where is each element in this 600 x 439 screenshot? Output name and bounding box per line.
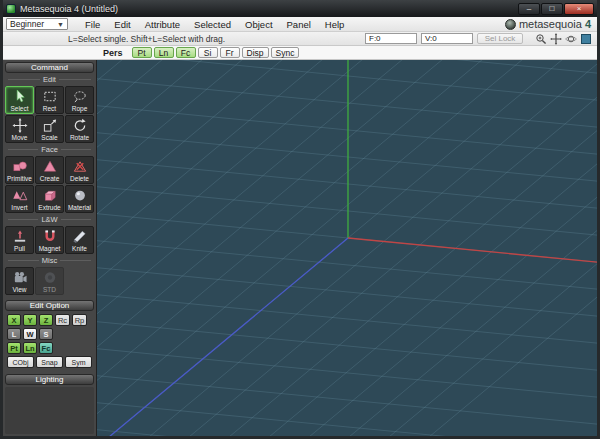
move-tool-button[interactable]: Move bbox=[5, 115, 34, 143]
menu-panel[interactable]: Panel bbox=[280, 17, 318, 31]
logo-version: 4 bbox=[585, 18, 591, 30]
view-bar: Pers Pt Ln Fc Si Fr Disp Sync bbox=[3, 46, 597, 60]
view-tool-icons bbox=[535, 33, 592, 45]
mode-select-dropdown[interactable]: Beginner ▼ bbox=[6, 18, 68, 30]
maximize-button[interactable]: □ bbox=[541, 3, 563, 15]
invert-tool-button[interactable]: Invert bbox=[5, 185, 34, 213]
edit-option-header[interactable]: Edit Option bbox=[5, 300, 94, 311]
pull-icon bbox=[11, 229, 29, 244]
main-area: Command Edit Select Rect bbox=[3, 60, 597, 436]
knife-icon bbox=[71, 229, 89, 244]
invert-face-icon bbox=[11, 188, 29, 203]
points-filter-button[interactable]: Pt bbox=[7, 342, 21, 354]
lighting-body bbox=[5, 387, 94, 434]
select-tool-button[interactable]: Select bbox=[5, 86, 34, 114]
viewport-3d[interactable] bbox=[97, 60, 597, 436]
rect-select-icon bbox=[41, 89, 59, 104]
menu-object[interactable]: Object bbox=[238, 17, 279, 31]
chevron-down-icon: ▼ bbox=[57, 21, 64, 28]
tab-si[interactable]: Si bbox=[198, 47, 218, 58]
rope-tool-button[interactable]: Rope bbox=[65, 86, 94, 114]
primitive-tool-button[interactable]: Primitive bbox=[5, 156, 34, 184]
tab-points[interactable]: Pt bbox=[132, 47, 152, 58]
primitive-icon bbox=[11, 159, 29, 174]
camera-icon bbox=[11, 270, 29, 285]
coord-mode-row: L W S bbox=[7, 328, 92, 340]
tab-lines[interactable]: Ln bbox=[154, 47, 174, 58]
cobj-button[interactable]: CObj bbox=[7, 356, 34, 368]
knife-tool-button[interactable]: Knife bbox=[65, 226, 94, 254]
std-icon bbox=[41, 270, 59, 285]
section-face: Face bbox=[5, 145, 94, 154]
material-sphere-icon bbox=[71, 188, 89, 203]
scale-tool-button[interactable]: Scale bbox=[35, 115, 64, 143]
misc-commands: View STD bbox=[5, 267, 94, 295]
magnet-tool-button[interactable]: Magnet bbox=[35, 226, 64, 254]
command-panel: Command Edit Select Rect bbox=[3, 60, 97, 436]
metasequoia-logo: metasequoia4 bbox=[505, 18, 594, 30]
lw-commands: Pull Magnet Knife bbox=[5, 226, 94, 254]
rc-button[interactable]: Rc bbox=[55, 314, 70, 326]
pan-icon[interactable] bbox=[550, 33, 562, 45]
shading-cube-icon[interactable] bbox=[580, 33, 592, 45]
sel-lock-button[interactable]: Sel Lock bbox=[477, 33, 523, 44]
sym-button[interactable]: Sym bbox=[65, 356, 92, 368]
menubar: Beginner ▼ File Edit Attribute Selected … bbox=[3, 17, 597, 32]
view-mode-label: Pers bbox=[103, 48, 123, 58]
tab-fr[interactable]: Fr bbox=[220, 47, 240, 58]
lasso-icon bbox=[71, 89, 89, 104]
menu-attribute[interactable]: Attribute bbox=[138, 17, 187, 31]
faces-filter-button[interactable]: Fc bbox=[39, 342, 53, 354]
close-button[interactable]: × bbox=[564, 3, 594, 15]
app-icon bbox=[6, 4, 16, 14]
orbit-icon[interactable] bbox=[565, 33, 577, 45]
scale-icon bbox=[41, 118, 59, 133]
rect-tool-button[interactable]: Rect bbox=[35, 86, 64, 114]
delete-tool-button[interactable]: Delete bbox=[65, 156, 94, 184]
lighting-header[interactable]: Lighting bbox=[5, 374, 94, 385]
metasequoia-logo-icon bbox=[505, 19, 516, 30]
magnet-icon bbox=[41, 229, 59, 244]
edit-option-body: X Y Z Rc Rp L W S Pt Ln Fc CObj bbox=[5, 313, 94, 369]
face-count-field: F:0 bbox=[365, 33, 417, 44]
command-panel-header[interactable]: Command bbox=[5, 62, 94, 73]
delete-face-icon bbox=[71, 159, 89, 174]
menu-selected[interactable]: Selected bbox=[187, 17, 238, 31]
edit-commands: Select Rect Rope bbox=[5, 86, 94, 143]
minimize-button[interactable]: – bbox=[518, 3, 540, 15]
std-toggle-button[interactable]: STD bbox=[35, 267, 64, 295]
rp-button[interactable]: Rp bbox=[72, 314, 87, 326]
section-edit: Edit bbox=[5, 75, 94, 84]
tab-faces[interactable]: Fc bbox=[176, 47, 196, 58]
logo-text: metasequoia bbox=[519, 18, 582, 30]
create-tool-button[interactable]: Create bbox=[35, 156, 64, 184]
material-tool-button[interactable]: Material bbox=[65, 185, 94, 213]
menu-help[interactable]: Help bbox=[318, 17, 352, 31]
menu-file[interactable]: File bbox=[78, 17, 107, 31]
axis-buttons-row: X Y Z Rc Rp bbox=[7, 314, 92, 326]
world-button[interactable]: W bbox=[23, 328, 37, 340]
zoom-icon[interactable] bbox=[535, 33, 547, 45]
axis-x-button[interactable]: X bbox=[7, 314, 21, 326]
local-button[interactable]: L bbox=[7, 328, 21, 340]
viewport-grid bbox=[97, 60, 597, 436]
lines-filter-button[interactable]: Ln bbox=[23, 342, 37, 354]
titlebar: Metasequoia 4 (Untitled) – □ × bbox=[3, 0, 597, 17]
extrude-tool-button[interactable]: Extrude bbox=[35, 185, 64, 213]
screen-button[interactable]: S bbox=[39, 328, 53, 340]
tab-sync[interactable]: Sync bbox=[271, 47, 300, 58]
snap-button[interactable]: Snap bbox=[36, 356, 63, 368]
menu-edit[interactable]: Edit bbox=[107, 17, 137, 31]
window-controls: – □ × bbox=[518, 3, 594, 15]
axis-z-button[interactable]: Z bbox=[39, 314, 53, 326]
pull-tool-button[interactable]: Pull bbox=[5, 226, 34, 254]
extrude-icon bbox=[41, 188, 59, 203]
mode-select-value: Beginner bbox=[10, 19, 44, 29]
view-tool-button[interactable]: View bbox=[5, 267, 34, 295]
create-face-icon bbox=[41, 159, 59, 174]
face-commands: Primitive Create Delete bbox=[5, 156, 94, 213]
rotate-tool-button[interactable]: Rotate bbox=[65, 115, 94, 143]
tab-disp[interactable]: Disp bbox=[242, 47, 269, 58]
element-filter-row: Pt Ln Fc bbox=[7, 342, 92, 354]
axis-y-button[interactable]: Y bbox=[23, 314, 37, 326]
